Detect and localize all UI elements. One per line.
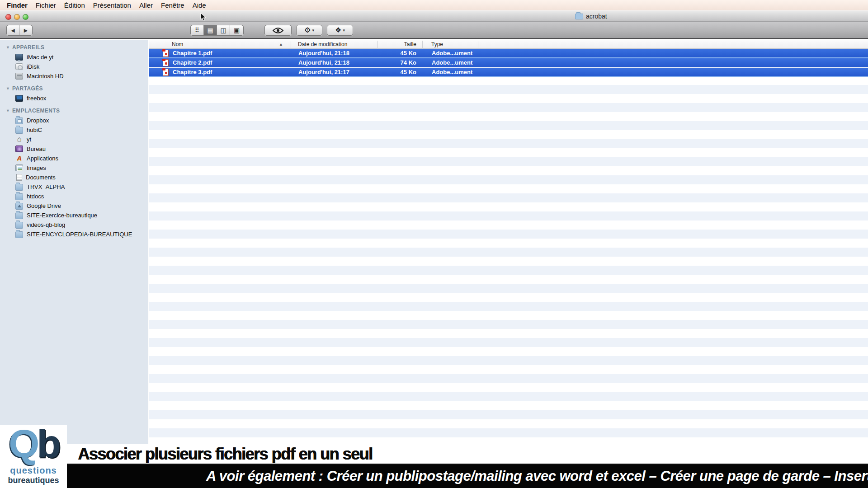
dropbox-folder-icon <box>15 117 23 124</box>
sidebar-item-videos-qb-blog[interactable]: videos-qb-blog <box>0 220 148 230</box>
folder-icon <box>15 222 23 229</box>
column-divider[interactable] <box>478 41 478 48</box>
sidebar-item-bureau[interactable]: Bureau <box>0 144 148 154</box>
column-divider[interactable] <box>291 41 291 48</box>
sidebar-item-trvx-alpha[interactable]: TRVX_ALPHA <box>0 182 148 192</box>
disclosure-triangle-icon[interactable]: ▼ <box>6 108 10 113</box>
column-view-button[interactable]: ◫ <box>217 25 230 35</box>
hard-drive-icon <box>15 73 23 80</box>
action-menu-button[interactable]: ⚙ ▾ <box>296 25 322 36</box>
sidebar-item-dropbox[interactable]: Dropbox <box>0 116 148 125</box>
minimize-button[interactable] <box>14 14 20 20</box>
view-mode-control: ⠿ ▤ ◫ ▣ <box>190 25 244 36</box>
column-header-taille[interactable]: Taille <box>375 40 416 49</box>
documents-icon <box>16 174 22 181</box>
sidebar-item-idisk[interactable]: iDisk <box>0 62 148 71</box>
pdf-file-icon <box>163 50 169 57</box>
quick-look-button[interactable] <box>264 25 292 36</box>
menu-edition[interactable]: Édition <box>60 0 89 10</box>
file-rows-area[interactable]: Chapitre 1.pdf Aujourd'hui, 21:18 45 Ko … <box>149 49 868 488</box>
pdf-file-icon <box>163 69 169 76</box>
menu-fenetre[interactable]: Fenêtre <box>157 0 189 10</box>
column-divider[interactable] <box>422 41 423 48</box>
menu-finder[interactable]: Finder <box>3 0 32 10</box>
google-drive-folder-icon <box>15 203 23 210</box>
window-title-bar[interactable]: acrobat <box>0 11 868 22</box>
column-header-date[interactable]: Date de modification <box>298 40 347 49</box>
table-row-chapitre-2[interactable]: Chapitre 2.pdf Aujourd'hui, 21:18 74 Ko … <box>149 58 868 67</box>
video-ticker-band: A voir également : Créer un publipostage… <box>67 465 868 488</box>
sort-ascending-icon: ▲ <box>279 40 283 49</box>
folder-proxy-icon <box>575 14 583 19</box>
sidebar-item-macintosh-hd[interactable]: Macintosh HD <box>0 71 148 81</box>
imac-icon <box>15 54 23 61</box>
forward-button[interactable]: ▶ <box>19 25 32 35</box>
menu-presentation[interactable]: Présentation <box>89 0 135 10</box>
folder-icon <box>15 127 23 134</box>
list-column-headers: Nom ▲ Date de modification Taille Type <box>149 40 868 49</box>
folder-icon <box>15 231 23 238</box>
folder-icon <box>15 184 23 191</box>
sidebar-item-htdocs[interactable]: htdocs <box>0 192 148 201</box>
close-button[interactable] <box>5 14 11 20</box>
navigation-buttons: ◀ ▶ <box>6 25 33 36</box>
sidebar-item-imac[interactable]: iMac de yt <box>0 52 148 62</box>
sidebar-item-site-encyclopedia[interactable]: SITE-ENCYCLOPEDIA-BUREAUTIQUE <box>0 230 148 239</box>
sidebar-item-hubic[interactable]: hubiC <box>0 125 148 135</box>
mouse-cursor <box>200 13 207 22</box>
column-header-nom[interactable]: Nom <box>172 40 183 49</box>
sidebar-item-google-drive[interactable]: Google Drive <box>0 201 148 211</box>
dropbox-icon: ❖ <box>335 27 341 34</box>
pdf-file-icon <box>163 59 169 66</box>
logo-word-questions: questions <box>0 465 67 476</box>
video-headline-band: Associer plusieurs fichiers pdf en un se… <box>67 444 868 465</box>
window-title-text: acrobat <box>586 13 607 20</box>
disclosure-triangle-icon[interactable]: ▼ <box>6 45 10 50</box>
qb-logo: Qb questions bureautiques <box>0 425 67 488</box>
sidebar-section-partages[interactable]: ▼ PARTAGÉS <box>0 84 148 94</box>
folder-icon <box>15 212 23 219</box>
dropbox-menu-button[interactable]: ❖ ▾ <box>327 25 353 36</box>
images-icon <box>15 164 23 171</box>
sidebar-item-yt-home[interactable]: ⌂ yt <box>0 135 148 144</box>
menu-fichier[interactable]: Fichier <box>32 0 60 10</box>
idisk-icon <box>15 63 23 70</box>
zoom-button[interactable] <box>23 14 28 20</box>
menu-aller[interactable]: Aller <box>135 0 157 10</box>
back-button[interactable]: ◀ <box>7 25 19 35</box>
sidebar-item-applications[interactable]: A Applications <box>0 154 148 163</box>
sidebar-item-images[interactable]: Images <box>0 163 148 173</box>
folder-icon <box>15 193 23 200</box>
toolbar: ◀ ▶ ⠿ ▤ ◫ ▣ ⚙ ▾ ❖ ▾ <box>0 22 868 39</box>
list-view-button[interactable]: ▤ <box>204 25 217 35</box>
video-ticker-text: A voir également : Créer un publipostage… <box>67 468 868 484</box>
video-headline-text: Associer plusieurs fichiers pdf en un se… <box>67 445 372 464</box>
menu-aide[interactable]: Aide <box>189 0 210 10</box>
column-header-type[interactable]: Type <box>431 40 443 49</box>
sidebar-item-documents[interactable]: Documents <box>0 173 148 182</box>
window-title: acrobat <box>575 13 607 20</box>
home-icon: ⌂ <box>15 136 23 143</box>
gear-icon: ⚙ <box>304 27 311 34</box>
icon-view-button[interactable]: ⠿ <box>191 25 204 35</box>
table-row-chapitre-1[interactable]: Chapitre 1.pdf Aujourd'hui, 21:18 45 Ko … <box>149 49 868 58</box>
finder-screen: Finder Fichier Édition Présentation Alle… <box>0 0 868 488</box>
shared-display-icon <box>15 95 23 102</box>
disclosure-triangle-icon[interactable]: ▼ <box>6 86 10 91</box>
chevron-down-icon: ▾ <box>312 28 314 33</box>
sidebar-item-freebox[interactable]: freebox <box>0 94 148 103</box>
file-list-pane: Nom ▲ Date de modification Taille Type C… <box>149 40 868 488</box>
coverflow-view-button[interactable]: ▣ <box>230 25 243 35</box>
qb-logo-letters: Qb <box>0 426 67 462</box>
sidebar-item-site-exercice[interactable]: SITE-Exercice-bureautique <box>0 211 148 220</box>
chevron-down-icon: ▾ <box>343 28 345 33</box>
menu-bar: Finder Fichier Édition Présentation Alle… <box>0 0 868 10</box>
sidebar-section-appareils[interactable]: ▼ APPAREILS <box>0 42 148 52</box>
logo-word-bureautiques: bureautiques <box>0 476 67 485</box>
desktop-icon <box>15 145 23 152</box>
eye-icon <box>273 28 283 33</box>
applications-icon: A <box>15 155 23 162</box>
sidebar-section-emplacements[interactable]: ▼ EMPLACEMENTS <box>0 106 148 116</box>
table-row-chapitre-3[interactable]: Chapitre 3.pdf Aujourd'hui, 21:17 45 Ko … <box>149 68 868 77</box>
